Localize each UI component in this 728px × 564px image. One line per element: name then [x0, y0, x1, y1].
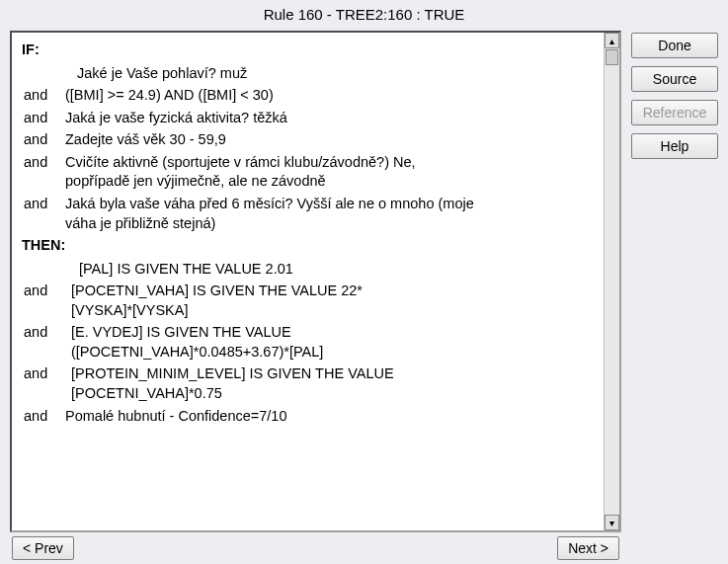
if-condition: and Jaká je vaše fyzická aktivita? těžká [22, 109, 594, 128]
then-action: and Pomalé hubnutí - Confidence=7/10 [22, 407, 594, 427]
then-action: and [PROTEIN_MINIM_LEVEL] IS GIVEN THE V… [22, 364, 594, 403]
side-button-column: Done Source Reference Help [631, 31, 718, 560]
scroll-thumb[interactable] [606, 49, 618, 65]
then-action: and [POCETNI_VAHA] IS GIVEN THE VALUE 22… [22, 282, 594, 320]
then-header: THEN: [22, 236, 594, 256]
rule-text: [PAL] IS GIVEN THE VALUE 2.01 [65, 260, 594, 280]
content-column: IF: Jaké je Vaše pohlaví? muž and ([BMI]… [10, 31, 621, 560]
rule-text: Cvičíte aktivně (sportujete v rámci klub… [65, 153, 480, 192]
nav-row: < Prev Next > [10, 532, 621, 560]
scroll-up-arrow-icon[interactable]: ▴ [605, 33, 619, 48]
rule-text-frame: IF: Jaké je Vaše pohlaví? muž and ([BMI]… [10, 31, 621, 532]
rule-text: Jaká je vaše fyzická aktivita? těžká [65, 109, 594, 128]
next-button[interactable]: Next > [557, 536, 619, 560]
rule-text: [POCETNI_VAHA] IS GIVEN THE VALUE 22*[VY… [65, 282, 411, 320]
rule-op: and [22, 364, 65, 384]
if-header: IF: [22, 40, 594, 60]
rule-op: and [22, 323, 65, 343]
window-title: Rule 160 - TREE2:160 : TRUE [0, 0, 728, 31]
rule-text: Pomalé hubnutí - Confidence=7/10 [65, 407, 594, 427]
rule-text: ([BMI] >= 24.9) AND ([BMI] < 30) [65, 86, 594, 106]
rule-op: and [22, 86, 65, 106]
if-condition: and Jaká byla vaše váha před 6 měsíci? V… [22, 195, 594, 233]
if-condition: and Zadejte váš věk 30 - 59,9 [22, 130, 594, 150]
help-button[interactable]: Help [631, 133, 718, 159]
rule-op: and [22, 109, 65, 128]
vertical-scrollbar[interactable]: ▴ ▾ [604, 33, 619, 530]
if-condition: Jaké je Vaše pohlaví? muž [22, 64, 594, 84]
then-action: [PAL] IS GIVEN THE VALUE 2.01 [22, 260, 594, 280]
rule-text-area: IF: Jaké je Vaše pohlaví? muž and ([BMI]… [12, 33, 604, 530]
if-condition: and Cvičíte aktivně (sportujete v rámci … [22, 153, 594, 192]
reference-button: Reference [631, 100, 718, 125]
scroll-down-arrow-icon[interactable]: ▾ [605, 515, 619, 530]
source-button[interactable]: Source [631, 66, 718, 92]
rule-text: Zadejte váš věk 30 - 59,9 [65, 130, 594, 150]
rule-op: and [22, 407, 65, 427]
rule-op: and [22, 153, 65, 173]
done-button[interactable]: Done [631, 33, 718, 58]
body-row: IF: Jaké je Vaše pohlaví? muž and ([BMI]… [0, 31, 728, 564]
if-condition: and ([BMI] >= 24.9) AND ([BMI] < 30) [22, 86, 594, 106]
rule-text: [PROTEIN_MINIM_LEVEL] IS GIVEN THE VALUE… [65, 364, 460, 403]
rule-op: and [22, 195, 65, 214]
rule-text: Jaká byla vaše váha před 6 měsíci? Vyšší… [65, 195, 480, 233]
rule-dialog: Rule 160 - TREE2:160 : TRUE IF: Jaké je … [0, 0, 728, 564]
rule-op: and [22, 130, 65, 150]
then-action: and [E. VYDEJ] IS GIVEN THE VALUE ([POCE… [22, 323, 594, 362]
rule-text: Jaké je Vaše pohlaví? muž [65, 64, 594, 84]
rule-op: and [22, 282, 65, 301]
rule-text: [E. VYDEJ] IS GIVEN THE VALUE ([POCETNI_… [65, 323, 411, 362]
prev-button[interactable]: < Prev [12, 536, 74, 560]
